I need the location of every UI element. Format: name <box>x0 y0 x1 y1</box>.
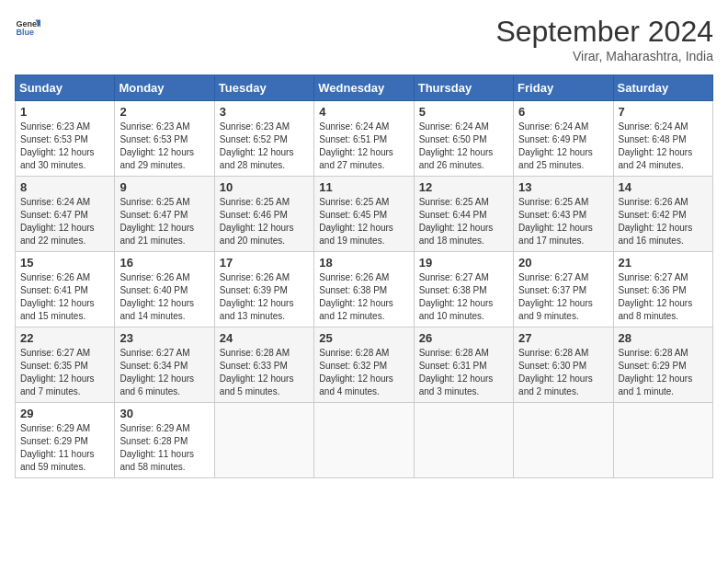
day-number: 16 <box>119 256 209 270</box>
calendar-week-4: 22 Sunrise: 6:27 AM Sunset: 6:35 PM Dayl… <box>16 327 713 403</box>
calendar-cell: 16 Sunrise: 6:26 AM Sunset: 6:40 PM Dayl… <box>115 252 214 327</box>
calendar-cell <box>214 403 313 478</box>
day-info: Sunrise: 6:26 AM Sunset: 6:41 PM Dayligh… <box>20 271 109 323</box>
calendar-cell: 17 Sunrise: 6:26 AM Sunset: 6:39 PM Dayl… <box>214 252 313 327</box>
calendar-cell: 18 Sunrise: 6:26 AM Sunset: 6:38 PM Dayl… <box>314 252 414 327</box>
day-info: Sunrise: 6:28 AM Sunset: 6:31 PM Dayligh… <box>419 347 508 398</box>
calendar-cell <box>314 403 414 478</box>
calendar-cell: 27 Sunrise: 6:28 AM Sunset: 6:30 PM Dayl… <box>514 327 613 403</box>
day-number: 6 <box>518 105 608 119</box>
day-number: 26 <box>419 331 508 345</box>
day-number: 22 <box>20 331 109 345</box>
logo-icon: General Blue <box>15 15 40 40</box>
svg-text:Blue: Blue <box>16 28 34 37</box>
day-info: Sunrise: 6:25 AM Sunset: 6:45 PM Dayligh… <box>319 196 408 247</box>
day-info: Sunrise: 6:27 AM Sunset: 6:34 PM Dayligh… <box>119 347 209 398</box>
calendar-cell: 4 Sunrise: 6:24 AM Sunset: 6:51 PM Dayli… <box>314 101 414 177</box>
calendar-cell: 25 Sunrise: 6:28 AM Sunset: 6:32 PM Dayl… <box>314 327 414 403</box>
calendar-cell: 9 Sunrise: 6:25 AM Sunset: 6:47 PM Dayli… <box>115 177 214 252</box>
day-number: 20 <box>518 256 608 270</box>
day-info: Sunrise: 6:23 AM Sunset: 6:52 PM Dayligh… <box>220 121 309 172</box>
day-header-saturday: Saturday <box>613 75 712 101</box>
calendar-cell: 23 Sunrise: 6:27 AM Sunset: 6:34 PM Dayl… <box>115 327 214 403</box>
day-header-monday: Monday <box>115 75 214 101</box>
day-info: Sunrise: 6:27 AM Sunset: 6:37 PM Dayligh… <box>518 271 608 323</box>
calendar-cell: 6 Sunrise: 6:24 AM Sunset: 6:49 PM Dayli… <box>514 101 613 177</box>
calendar-week-2: 8 Sunrise: 6:24 AM Sunset: 6:47 PM Dayli… <box>16 177 713 252</box>
calendar-cell <box>613 403 712 478</box>
day-info: Sunrise: 6:24 AM Sunset: 6:50 PM Dayligh… <box>419 121 508 172</box>
day-number: 3 <box>220 105 309 119</box>
calendar-cell: 3 Sunrise: 6:23 AM Sunset: 6:52 PM Dayli… <box>214 101 313 177</box>
title-area: September 2024 Virar, Maharashtra, India <box>495 15 713 63</box>
day-number: 24 <box>220 331 309 345</box>
day-info: Sunrise: 6:27 AM Sunset: 6:35 PM Dayligh… <box>20 347 109 398</box>
day-number: 18 <box>319 256 408 270</box>
calendar-cell <box>414 403 513 478</box>
day-number: 25 <box>319 331 408 345</box>
calendar-cell: 11 Sunrise: 6:25 AM Sunset: 6:45 PM Dayl… <box>314 177 414 252</box>
day-number: 30 <box>119 407 209 420</box>
calendar-cell: 28 Sunrise: 6:28 AM Sunset: 6:29 PM Dayl… <box>613 327 712 403</box>
day-info: Sunrise: 6:24 AM Sunset: 6:51 PM Dayligh… <box>319 121 408 172</box>
calendar-cell: 10 Sunrise: 6:25 AM Sunset: 6:46 PM Dayl… <box>214 177 313 252</box>
day-header-sunday: Sunday <box>16 75 115 101</box>
day-number: 19 <box>419 256 508 270</box>
day-number: 4 <box>319 105 408 119</box>
calendar-cell: 5 Sunrise: 6:24 AM Sunset: 6:50 PM Dayli… <box>414 101 513 177</box>
calendar-cell: 29 Sunrise: 6:29 AM Sunset: 6:29 PM Dayl… <box>16 403 115 478</box>
day-info: Sunrise: 6:24 AM Sunset: 6:47 PM Dayligh… <box>20 196 109 247</box>
calendar-cell: 24 Sunrise: 6:28 AM Sunset: 6:33 PM Dayl… <box>214 327 313 403</box>
day-info: Sunrise: 6:24 AM Sunset: 6:49 PM Dayligh… <box>518 121 608 172</box>
day-info: Sunrise: 6:27 AM Sunset: 6:36 PM Dayligh… <box>619 271 708 323</box>
calendar-cell: 2 Sunrise: 6:23 AM Sunset: 6:53 PM Dayli… <box>115 101 214 177</box>
calendar-week-3: 15 Sunrise: 6:26 AM Sunset: 6:41 PM Dayl… <box>16 252 713 327</box>
calendar-cell: 7 Sunrise: 6:24 AM Sunset: 6:48 PM Dayli… <box>613 101 712 177</box>
day-info: Sunrise: 6:25 AM Sunset: 6:44 PM Dayligh… <box>419 196 508 247</box>
day-number: 12 <box>419 180 508 194</box>
day-number: 23 <box>119 331 209 345</box>
day-number: 8 <box>20 180 109 194</box>
calendar-cell: 21 Sunrise: 6:27 AM Sunset: 6:36 PM Dayl… <box>613 252 712 327</box>
calendar-week-5: 29 Sunrise: 6:29 AM Sunset: 6:29 PM Dayl… <box>16 403 713 478</box>
location-subtitle: Virar, Maharashtra, India <box>495 49 713 63</box>
calendar-cell <box>514 403 613 478</box>
calendar-week-1: 1 Sunrise: 6:23 AM Sunset: 6:53 PM Dayli… <box>16 101 713 177</box>
day-number: 2 <box>119 105 209 119</box>
calendar-header-row: SundayMondayTuesdayWednesdayThursdayFrid… <box>16 75 713 101</box>
day-number: 27 <box>518 331 608 345</box>
day-header-thursday: Thursday <box>414 75 513 101</box>
calendar-cell: 8 Sunrise: 6:24 AM Sunset: 6:47 PM Dayli… <box>16 177 115 252</box>
day-number: 14 <box>619 180 708 194</box>
calendar-cell: 26 Sunrise: 6:28 AM Sunset: 6:31 PM Dayl… <box>414 327 513 403</box>
day-info: Sunrise: 6:26 AM Sunset: 6:42 PM Dayligh… <box>619 196 708 247</box>
day-number: 17 <box>220 256 309 270</box>
day-info: Sunrise: 6:26 AM Sunset: 6:40 PM Dayligh… <box>119 271 209 323</box>
day-number: 9 <box>119 180 209 194</box>
day-info: Sunrise: 6:25 AM Sunset: 6:46 PM Dayligh… <box>220 196 309 247</box>
day-info: Sunrise: 6:27 AM Sunset: 6:38 PM Dayligh… <box>419 271 508 323</box>
day-info: Sunrise: 6:25 AM Sunset: 6:47 PM Dayligh… <box>119 196 209 247</box>
day-info: Sunrise: 6:28 AM Sunset: 6:29 PM Dayligh… <box>619 347 708 398</box>
calendar-cell: 12 Sunrise: 6:25 AM Sunset: 6:44 PM Dayl… <box>414 177 513 252</box>
day-info: Sunrise: 6:29 AM Sunset: 6:28 PM Dayligh… <box>119 422 209 474</box>
day-number: 13 <box>518 180 608 194</box>
day-info: Sunrise: 6:23 AM Sunset: 6:53 PM Dayligh… <box>20 121 109 172</box>
day-info: Sunrise: 6:26 AM Sunset: 6:38 PM Dayligh… <box>319 271 408 323</box>
month-title: September 2024 <box>495 15 713 49</box>
calendar-cell: 19 Sunrise: 6:27 AM Sunset: 6:38 PM Dayl… <box>414 252 513 327</box>
calendar-cell: 22 Sunrise: 6:27 AM Sunset: 6:35 PM Dayl… <box>16 327 115 403</box>
calendar-cell: 20 Sunrise: 6:27 AM Sunset: 6:37 PM Dayl… <box>514 252 613 327</box>
day-number: 5 <box>419 105 508 119</box>
logo: General Blue <box>15 15 40 40</box>
calendar-cell: 14 Sunrise: 6:26 AM Sunset: 6:42 PM Dayl… <box>613 177 712 252</box>
day-info: Sunrise: 6:28 AM Sunset: 6:33 PM Dayligh… <box>220 347 309 398</box>
calendar-body: 1 Sunrise: 6:23 AM Sunset: 6:53 PM Dayli… <box>16 101 713 478</box>
day-number: 10 <box>220 180 309 194</box>
day-info: Sunrise: 6:28 AM Sunset: 6:30 PM Dayligh… <box>518 347 608 398</box>
calendar-cell: 1 Sunrise: 6:23 AM Sunset: 6:53 PM Dayli… <box>16 101 115 177</box>
day-header-tuesday: Tuesday <box>214 75 313 101</box>
header: General Blue September 2024 Virar, Mahar… <box>15 15 713 63</box>
day-number: 28 <box>619 331 708 345</box>
day-number: 29 <box>20 407 109 420</box>
